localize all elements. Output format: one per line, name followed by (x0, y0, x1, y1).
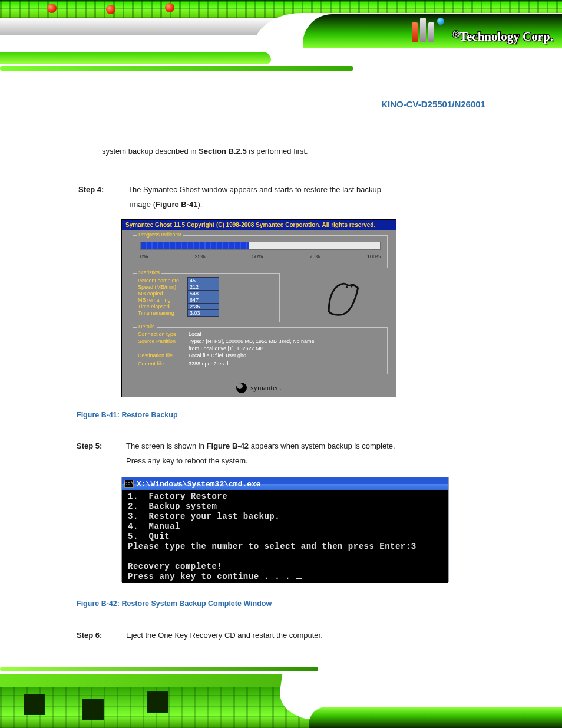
document-title: KINO-CV-D25501/N26001 (381, 99, 485, 109)
tick: 25% (194, 253, 205, 259)
text-run: appears when system backup is complete. (249, 442, 395, 450)
symantec-ghost-window: Symantec Ghost 11.5 Copyright (C) 1998-2… (121, 219, 396, 397)
text-run: is performed first. (247, 147, 308, 156)
cmd-line: 1. Factory Restore (128, 492, 227, 501)
cmd-line: 3. Restore your last backup. (128, 512, 280, 521)
text-run: The Symantec Ghost window appears and st… (128, 185, 381, 194)
figure-ref[interactable]: Figure B-41 (156, 200, 198, 209)
tick: 0% (140, 253, 148, 259)
text-run: Press any key to reboot the system. (126, 456, 248, 465)
statistics-group: Statistics Percent complete45 Speed (MB/… (133, 273, 280, 322)
registered-mark: ® (452, 29, 459, 39)
iei-logo (411, 18, 444, 42)
details-group: Details Connection typeLocal Source Part… (133, 327, 388, 374)
step-label: Step 5: (77, 439, 126, 454)
cmd-title-text: X:\Windows\System32\cmd.exe (137, 480, 261, 489)
group-legend: Statistics (137, 269, 161, 275)
figure-ref[interactable]: Figure B-42 (207, 442, 249, 450)
step-label: Step 4: (78, 183, 128, 197)
cmd-line: Recovery complete! (128, 562, 222, 571)
stat-row: Speed (MB/min)212 (138, 284, 277, 290)
ghost-titlebar: Symantec Ghost 11.5 Copyright (C) 1998-2… (122, 220, 396, 230)
stat-row: Time remaining3:03 (138, 309, 277, 316)
stat-row: MB copied548 (138, 290, 277, 297)
brand-label: Technology Corp. (459, 29, 553, 44)
progress-bar (140, 242, 381, 250)
stat-row: Percent complete45 (138, 277, 277, 284)
cursor-icon (296, 578, 302, 579)
step-label: Step 6: (77, 628, 126, 643)
brand-text: ®Technology Corp. (452, 29, 553, 44)
svg-point-0 (346, 286, 348, 288)
text-run: ). (197, 200, 202, 209)
tick: 50% (252, 253, 263, 259)
step-6: Step 6:Eject the One Key Recovery CD and… (77, 628, 459, 643)
cmd-line: Press any key to continue . . . (128, 572, 296, 581)
ghost-icon (322, 274, 366, 318)
progress-ticks: 0% 25% 50% 75% 100% (140, 253, 381, 259)
cmd-body[interactable]: 1. Factory Restore 2. Backup system 3. R… (122, 490, 448, 583)
symantec-text: symantec. (250, 383, 281, 392)
detail-row: from Local drive [1], 152627 MB (138, 345, 384, 351)
detail-row: Destination fileLocal file D:\iei_user.g… (138, 353, 384, 358)
text-run: image ( (128, 200, 156, 209)
footer-stripe-thin (0, 667, 318, 671)
cmd-line: 4. Manual (128, 522, 180, 531)
text-run: The screen is shown in (126, 442, 207, 450)
footer-bottom-stripe (309, 707, 562, 728)
header-banner: ®Technology Corp. (0, 0, 562, 77)
progress-group: Progress Indicator 0% 25% 50% 75% 100% (133, 235, 388, 268)
symantec-brand: symantec. (122, 382, 396, 393)
stat-row: MB remaining647 (138, 297, 277, 303)
figure-caption-41: Figure B-41: Restore Backup (77, 411, 178, 419)
figure-caption-42: Figure B-42: Restore System Backup Compl… (77, 599, 272, 608)
progress-fill (141, 242, 249, 249)
group-legend: Progress Indicator (137, 232, 183, 238)
paragraph-continuation: system backup described in Section B.2.5… (102, 144, 461, 159)
step-5: Step 5:The screen is shown in Figure B-4… (77, 439, 459, 468)
cmd-line: 2. Backup system (128, 502, 217, 511)
stat-row: Time elapsed2:35 (138, 303, 277, 309)
text-run: Eject the One Key Recovery CD and restar… (126, 631, 323, 640)
detail-row: Current file3288 npob2res.dll (138, 361, 384, 367)
cmd-titlebar: C:\ X:\Windows\System32\cmd.exe (122, 477, 448, 490)
symantec-logo-icon (236, 383, 247, 393)
tick: 75% (309, 253, 320, 259)
step-4: Step 4:The Symantec Ghost window appears… (78, 183, 461, 212)
cmd-line: Please type the number to select and the… (128, 542, 416, 551)
header-green-stripes (0, 52, 562, 75)
text-run: system backup described in (102, 147, 199, 156)
cmd-window: C:\ X:\Windows\System32\cmd.exe 1. Facto… (121, 477, 449, 582)
detail-row: Source PartitionType:7 [NTFS], 100006 MB… (138, 338, 384, 344)
cmd-line: 5. Quit (128, 532, 170, 541)
section-link[interactable]: Section B.2.5 (199, 147, 247, 156)
cmd-icon: C:\ (124, 480, 134, 488)
detail-row: Connection typeLocal (138, 331, 384, 337)
group-legend: Details (137, 324, 157, 330)
tick: 100% (367, 253, 381, 259)
footer-banner (0, 664, 562, 728)
